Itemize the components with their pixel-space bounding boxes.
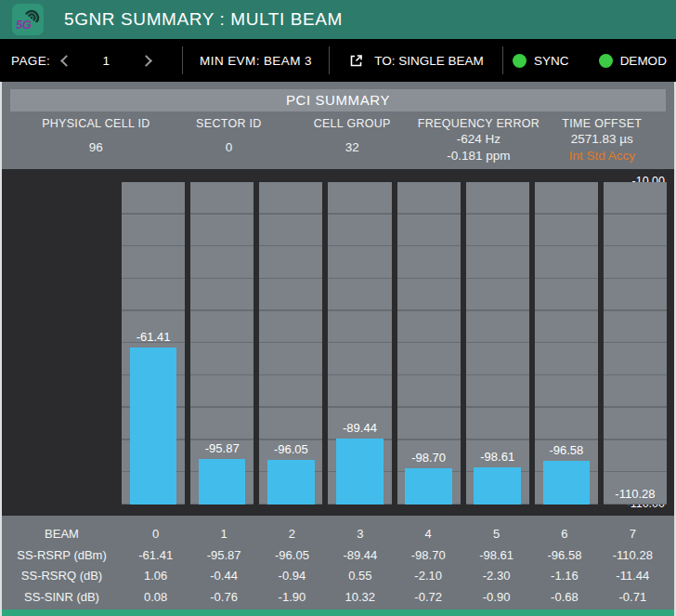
beam-bar [267,460,314,505]
demod-status-dot [599,54,613,68]
sync-status: SYNC [513,54,569,68]
table-cell: 2 [258,524,326,545]
status-indicators: SYNC DEMOD [503,54,676,68]
chevron-right-icon [140,55,152,67]
table-cell: -0.68 [530,587,598,609]
app-window: 5G 5GNR SUMMARY : MULTI BEAM PAGE: 1 MIN… [0,0,676,616]
pci-field-label: SECTOR ID [169,117,289,130]
table-cell: -96.05 [258,545,326,567]
bar-value-label: -95.87 [190,441,254,455]
table-cell: 1 [189,524,257,545]
table-cell: 10.32 [326,587,394,609]
beam-column: -61.41 [122,182,185,505]
table-cell: 4 [395,524,462,545]
table-cell: 6 [530,524,598,545]
pci-field-label: CELL GROUP [289,117,415,130]
page-navigation: PAGE: 1 [0,46,182,74]
table-cell: 0.08 [122,587,189,609]
table-cell: 0.55 [326,566,394,587]
external-link-icon [348,53,364,69]
beam-column: -89.44 [328,182,391,505]
min-evm-indicator: MIN EVM: BEAM 3 [183,54,329,68]
title-bar: 5G 5GNR SUMMARY : MULTI BEAM [0,0,676,39]
table-cell: -1.16 [530,566,598,587]
pci-field: FREQUENCY ERROR-624 Hz-0.181 ppm [415,117,541,163]
beam-column: -96.58 [535,182,598,505]
page-title: 5GNR SUMMARY : MULTI BEAM [64,9,343,30]
pci-field: CELL GROUP32 [289,117,415,163]
pci-field-label: TIME OFFSET [542,117,662,130]
pci-summary-section: PCI SUMMARY PHYSICAL CELL ID96SECTOR ID0… [2,82,674,169]
plot-area: -61.41-95.87-96.05-89.44-98.70-98.61-96.… [122,182,667,505]
table-cell: 3 [326,524,394,545]
chevron-left-icon [60,55,72,67]
pci-field-value: 2571.83 µs [542,132,662,146]
table-cell: -96.58 [530,545,598,567]
5g-app-logo: 5G [12,4,44,35]
sync-label: SYNC [534,54,569,68]
row-label: SS-RSRP (dBm) [2,545,122,567]
pci-summary-header: PCI SUMMARY [10,89,666,111]
bar-value-label: -98.61 [466,450,529,464]
table-cell: -0.72 [395,587,462,609]
table-cell: -0.76 [189,587,257,609]
table-cell: 5 [462,524,530,545]
table-cell: -110.28 [599,545,667,567]
table-cell: -0.44 [189,566,257,587]
beam-column: -110.28 [604,182,667,505]
row-label: BEAM [2,524,122,545]
table-row: SS-SINR (dB)0.08-0.76-1.9010.32-0.72-0.9… [2,587,667,609]
table-cell: 7 [599,524,667,545]
pci-field-value: 96 [23,140,169,154]
page-label: PAGE: [11,54,50,68]
table-cell: 0 [122,524,189,545]
pci-field-value: 32 [289,140,415,154]
bar-value-label: -61.41 [122,330,185,344]
bar-value-label: -98.70 [397,451,461,465]
sync-status-dot [513,54,526,68]
nav-bar: PAGE: 1 MIN EVM: BEAM 3 TO: SINGLE BEAM … [0,39,676,82]
row-label: SS-RSRQ (dB) [2,566,122,587]
page-next-button[interactable] [134,46,162,74]
table-cell: -89.44 [326,545,394,567]
beam-column: -98.61 [466,182,529,505]
table-cell: -2.10 [395,566,462,587]
beam-bar [199,459,245,505]
beam-column: -96.05 [259,182,322,505]
table-cell: -98.61 [462,545,530,567]
pci-field-subvalue: Int Std Accy [542,149,662,163]
demod-status: DEMOD [599,54,667,68]
table-cell: -1.90 [258,587,326,609]
bottom-accent-strip [2,609,674,616]
to-single-beam-button[interactable]: TO: SINGLE BEAM [330,53,502,69]
pci-field-value: 0 [169,140,289,154]
table-cell: -61.41 [122,545,189,567]
beam-measurement-table: BEAM01234567SS-RSRP (dBm)-61.41-95.87-96… [2,516,674,609]
pci-field-label: PHYSICAL CELL ID [23,117,169,130]
row-label: SS-SINR (dB) [2,587,122,609]
bar-value-label: -96.58 [535,443,598,457]
to-single-beam-label: TO: SINGLE BEAM [374,54,484,68]
table-cell: -11.44 [599,566,667,587]
main-content: PCI SUMMARY PHYSICAL CELL ID96SECTOR ID0… [0,82,676,616]
pci-field-value: -624 Hz [415,132,541,146]
table-cell: -0.94 [258,566,326,587]
beam-rsrp-chart: -10.00-20.00-30.00-40.00-50.00-60.00-70.… [2,169,674,516]
table-cell: 1.06 [122,566,189,587]
page-prev-button[interactable] [50,46,78,74]
beam-bar [336,439,383,505]
table-cell: -95.87 [189,545,257,567]
bar-value-label: -96.05 [259,442,322,456]
pci-field: TIME OFFSET2571.83 µsInt Std Accy [542,117,662,163]
table-cell: -98.70 [395,545,462,567]
bar-value-label: -110.28 [604,487,667,501]
pci-fields: PHYSICAL CELL ID96SECTOR ID0CELL GROUP32… [10,111,666,163]
beam-column: -98.70 [397,182,461,505]
beam-bar [405,468,451,505]
pci-field-subvalue: -0.181 ppm [415,149,541,163]
signal-arcs-icon [21,7,42,22]
beam-bar [543,461,590,505]
table-cell: -2.30 [462,566,530,587]
table-cell: -0.90 [462,587,530,609]
pci-field: PHYSICAL CELL ID96 [23,117,169,163]
